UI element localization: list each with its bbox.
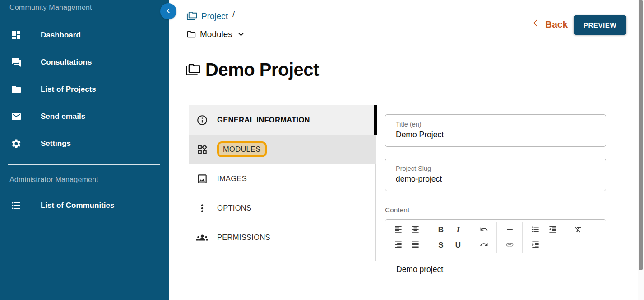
scrollbar-thumb[interactable] xyxy=(639,0,643,270)
chat-icon xyxy=(11,57,22,68)
title-field[interactable]: Title (en) Demo Project xyxy=(385,114,606,147)
align-center-button[interactable] xyxy=(408,223,422,237)
folder-copy-icon xyxy=(186,11,197,21)
indent-icon xyxy=(531,240,540,250)
strikethrough-button[interactable]: S xyxy=(434,239,448,252)
tab-list: GENERAL INFORMATION MODULES IMAGES OPTIO… xyxy=(189,105,376,252)
sidebar-item-label: Consultations xyxy=(41,58,92,67)
underline-icon: U xyxy=(455,241,461,250)
clear-format-button[interactable] xyxy=(571,223,585,237)
sidebar-item-list-of-communities[interactable]: List of Communities xyxy=(0,192,169,219)
align-justify-icon xyxy=(411,240,420,250)
toolbar-group-clear xyxy=(565,222,591,253)
indent-button[interactable] xyxy=(528,239,542,252)
sidebar-item-label: Dashboard xyxy=(41,31,81,40)
redo-icon xyxy=(480,240,488,250)
tab-images[interactable]: IMAGES xyxy=(189,164,376,193)
strikethrough-icon: S xyxy=(438,241,443,250)
arrow-left-icon xyxy=(532,18,542,30)
tab-permissions[interactable]: PERMISSIONS xyxy=(189,223,376,252)
tab-options[interactable]: OPTIONS xyxy=(189,193,376,223)
align-justify-button[interactable] xyxy=(408,239,422,252)
link-button[interactable] xyxy=(502,239,517,252)
toolbar-group-text-style: B I S U xyxy=(428,222,471,253)
italic-icon: I xyxy=(457,225,460,234)
editor-toolbar: B I S U xyxy=(385,220,606,256)
sidebar-item-label: Send emails xyxy=(41,112,85,121)
bold-button[interactable]: B xyxy=(434,223,448,237)
underline-button[interactable]: U xyxy=(451,239,465,252)
tab-general-information[interactable]: GENERAL INFORMATION xyxy=(189,105,376,135)
chevron-down-icon xyxy=(236,29,246,39)
sidebar-item-consultations[interactable]: Consultations xyxy=(0,49,169,76)
widgets-icon xyxy=(196,144,208,155)
align-right-button[interactable] xyxy=(391,239,405,252)
tab-label: PERMISSIONS xyxy=(217,233,270,242)
sidebar: Community Management Dashboard Consultat… xyxy=(0,0,169,300)
align-left-button[interactable] xyxy=(391,223,405,237)
sidebar-item-dashboard[interactable]: Dashboard xyxy=(0,22,169,49)
tab-label: OPTIONS xyxy=(217,204,251,212)
sidebar-section-title-admin: Administrator Management xyxy=(0,172,169,184)
toolbar-group-lists xyxy=(523,222,565,253)
sidebar-item-label: List of Communities xyxy=(41,201,114,210)
link-icon xyxy=(505,240,514,250)
editor-content-area[interactable]: Demo project xyxy=(385,256,606,297)
breadcrumb-separator: / xyxy=(232,10,235,19)
slug-field-value: demo-project xyxy=(396,174,595,184)
toolbar-group-history xyxy=(471,222,497,253)
preview-button[interactable]: PREVIEW xyxy=(574,15,626,35)
horizontal-rule-button[interactable] xyxy=(502,223,517,237)
sidebar-item-list-of-projects[interactable]: List of Projects xyxy=(0,76,169,103)
more-vert-icon xyxy=(196,202,208,214)
breadcrumb-current-row: Modules xyxy=(186,29,246,39)
bold-icon: B xyxy=(438,225,444,234)
align-center-icon xyxy=(411,225,420,235)
tab-modules[interactable]: MODULES xyxy=(189,135,376,164)
chevron-left-icon xyxy=(164,6,173,17)
page-title: Demo Project xyxy=(205,60,319,80)
italic-button[interactable]: I xyxy=(451,223,465,237)
sidebar-item-settings[interactable]: Settings xyxy=(0,130,169,157)
breadcrumb-dropdown-modules[interactable]: Modules xyxy=(186,29,246,39)
title-field-label: Title (en) xyxy=(396,121,595,128)
slug-field[interactable]: Project Slug demo-project xyxy=(385,159,606,191)
undo-icon xyxy=(480,225,488,235)
bullet-list-button[interactable] xyxy=(528,223,542,237)
back-label: Back xyxy=(545,19,568,30)
page-title-row: Demo Project xyxy=(185,60,319,80)
app-window: Community Management Dashboard Consultat… xyxy=(0,0,644,300)
back-button[interactable]: Back xyxy=(532,18,568,30)
tab-label: GENERAL INFORMATION xyxy=(217,116,310,124)
breadcrumb-link-project[interactable]: Project xyxy=(201,11,228,21)
clear-format-icon xyxy=(574,225,583,235)
content-label: Content xyxy=(385,206,606,214)
align-right-icon xyxy=(394,240,403,250)
sidebar-collapse-button[interactable] xyxy=(160,3,176,19)
outdent-button[interactable] xyxy=(545,223,560,237)
breadcrumb: Project / xyxy=(186,11,235,21)
scrollbar-track[interactable] xyxy=(638,0,644,300)
sidebar-item-label: List of Projects xyxy=(41,85,96,94)
folder-outline-icon xyxy=(186,29,196,39)
sidebar-divider xyxy=(8,164,160,165)
align-left-icon xyxy=(394,225,403,235)
redo-button[interactable] xyxy=(477,239,491,252)
dashboard-icon xyxy=(11,30,22,41)
tab-label: IMAGES xyxy=(217,174,247,183)
undo-button[interactable] xyxy=(477,223,491,237)
folder-icon xyxy=(11,84,22,95)
horizontal-rule-icon xyxy=(505,225,514,235)
breadcrumb-modules-label: Modules xyxy=(200,29,232,39)
folder-copy-icon xyxy=(185,63,200,77)
outdent-icon xyxy=(548,225,557,235)
sidebar-item-send-emails[interactable]: Send emails xyxy=(0,103,169,130)
sidebar-section-title-community: Community Management xyxy=(0,0,169,12)
email-icon xyxy=(11,111,22,122)
info-icon xyxy=(196,114,208,126)
list-icon xyxy=(11,200,22,211)
toolbar-group-insert xyxy=(497,222,523,253)
title-field-value: Demo Project xyxy=(396,130,595,140)
groups-icon xyxy=(196,232,208,244)
bullet-list-icon xyxy=(531,225,540,235)
